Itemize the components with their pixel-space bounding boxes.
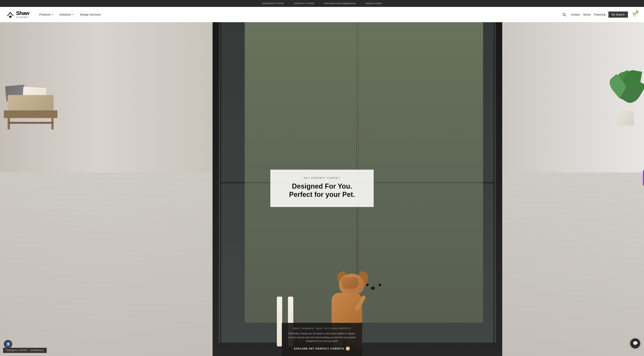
nav-contact-link[interactable]: Contact: [571, 13, 580, 16]
logo[interactable]: Shaw FLOORS: [6, 10, 29, 19]
search-icon: [562, 13, 566, 17]
hero-info-description: Pet Perfect carpets are 2X easier to cle…: [288, 332, 356, 343]
logo-shaw: Shaw: [16, 11, 29, 16]
hero-info-label: MOST DURABLE, EASY TO CLEAN CARPETS: [288, 327, 356, 329]
nav-right: Contact Stores Financing My Shaw ▶ 0: [561, 11, 638, 18]
chat-button[interactable]: 💬: [630, 338, 640, 348]
nav-products-label: Products: [39, 13, 50, 16]
nav-solutions-label: Solutions: [59, 13, 71, 16]
explore-carpets-button[interactable]: EXPLORE PET PERFECT CARPETS ▶: [294, 346, 350, 351]
dog-nose: [371, 287, 375, 290]
hero-eyebrow: PET PERFECT CARPET: [280, 176, 364, 179]
nav-stores-link[interactable]: Stores: [583, 13, 590, 16]
nav-financing-link[interactable]: Financing: [594, 13, 606, 16]
bench-frame: [4, 110, 58, 118]
topbar-link-coretec-floors[interactable]: CORETEC FLOORS: [289, 2, 319, 5]
topbar-link-anderson-tuftex[interactable]: ANDERSON TUFTEX: [258, 2, 289, 5]
my-shaw-chevron-icon: ▶: [623, 14, 625, 16]
top-bar: ANDERSON TUFTEX CORETEC FLOORS PHILADELP…: [0, 0, 644, 7]
nav-item-solutions[interactable]: Solutions ▼: [57, 11, 76, 18]
bench-leg-left: [8, 118, 10, 129]
dog-eye-left: [366, 284, 369, 286]
svg-rect-2: [9, 16, 12, 18]
nav-item-design-services[interactable]: Design Services: [78, 11, 103, 18]
chat-icon: 💬: [633, 341, 638, 346]
bench-furniture: [4, 95, 58, 118]
logo-text: Shaw FLOORS: [16, 11, 29, 18]
dog-eye-right: [378, 284, 381, 286]
svg-point-6: [635, 16, 636, 16]
nav-design-services-label: Design Services: [80, 13, 101, 16]
my-shaw-button[interactable]: My Shaw ▶: [608, 12, 628, 18]
bench-leg-right: [51, 118, 54, 129]
hero-title: Designed For You. Perfect for your Pet.: [280, 182, 364, 199]
hero-card: PET PERFECT CARPET Designed For You. Per…: [270, 169, 374, 207]
hero-furniture-area: [0, 38, 61, 129]
bench-crossbar: [8, 122, 54, 124]
hero-section: PET PERFECT CARPET Designed For You. Per…: [0, 22, 644, 356]
shaw-logo-icon: [6, 10, 14, 19]
topbar-link-shaw-floors[interactable]: SHAW FLOORS: [361, 2, 386, 5]
logo-floors: FLOORS: [16, 16, 29, 18]
person-leg-left: [277, 297, 282, 346]
chevron-down-icon: ▼: [72, 14, 74, 16]
hero-right-plant-area: [590, 38, 644, 133]
carpet-name-label: TRANQUIL SPIRIT - SNOWFALL: [3, 348, 47, 353]
feedback-tab[interactable]: Feedback: [643, 170, 644, 186]
svg-point-5: [634, 16, 634, 16]
main-navigation: Shaw FLOORS Products ▼ Solutions ▼ Desig…: [0, 7, 644, 22]
pot-body: [615, 110, 634, 126]
accessibility-button[interactable]: ♿: [4, 340, 12, 348]
cart-count-badge: 0: [636, 10, 639, 14]
dog-snout: [341, 277, 358, 289]
explore-carpets-label: EXPLORE PET PERFECT CARPETS: [294, 347, 344, 350]
topbar-link-philadelphia-commercial[interactable]: PHILADELPHIA COMMERCIAL: [319, 2, 360, 5]
nav-links: Products ▼ Solutions ▼ Design Services: [37, 11, 561, 18]
nav-item-products[interactable]: Products ▼: [37, 11, 56, 18]
cta-arrow-icon: ▶: [346, 346, 350, 351]
bench-cushion: [8, 95, 54, 110]
carpet-name-text: TRANQUIL SPIRIT - SNOWFALL: [6, 349, 44, 351]
plant-leaves: [608, 70, 642, 112]
my-shaw-label: My Shaw: [612, 13, 622, 16]
search-button[interactable]: [561, 11, 568, 18]
chevron-down-icon: ▼: [51, 14, 53, 16]
plant-pot: [614, 99, 636, 126]
cart-button[interactable]: 0: [631, 11, 638, 18]
hero-info-box: MOST DURABLE, EASY TO CLEAN CARPETS Pet …: [282, 323, 362, 356]
svg-line-4: [565, 15, 566, 16]
accessibility-icon: ♿: [6, 342, 10, 346]
